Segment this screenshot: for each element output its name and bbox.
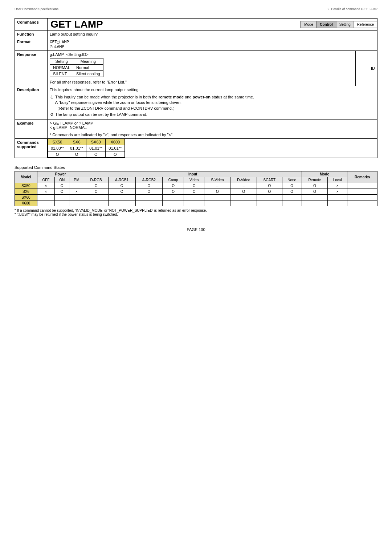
sx50-pm — [69, 183, 84, 189]
input-video: Video — [184, 177, 204, 183]
sx50-argb1: O — [108, 183, 135, 189]
tab-reference[interactable]: Reference — [354, 21, 377, 28]
commands-supported-row: Commandssupported SX50 SX6 SX60 X600 01.… — [15, 139, 377, 158]
sx50-remarks — [347, 183, 377, 189]
function-value: Lamp output setting inquiry — [48, 31, 377, 38]
meaning-silent: Silent cooling — [73, 71, 103, 77]
sx50-svideo: – — [204, 183, 230, 189]
x600-argb2 — [135, 200, 163, 206]
input-drgb: D-RGB — [84, 177, 108, 183]
example-line1: > GET LAMP or ? LAMP — [50, 121, 375, 125]
mark-sx6: O — [67, 151, 86, 158]
sx6-remarks — [347, 189, 377, 195]
x600-argb1 — [108, 200, 135, 206]
commands-supported-label: Commandssupported — [15, 139, 48, 158]
setting-normal: NORMAL — [50, 65, 73, 71]
desc-note-2: A "busy" response is given while the zoo… — [50, 100, 375, 105]
x600-dvideo — [230, 200, 257, 206]
state-row-sx50: SX50 × O O O O O O – – O O O × — [15, 183, 377, 189]
sx6-pm: × — [69, 189, 84, 195]
x600-scart — [257, 200, 282, 206]
sx6-argb1: O — [108, 189, 135, 195]
x600-none — [282, 200, 302, 206]
col-remarks: Remarks — [347, 171, 377, 183]
sx50-remote: O — [302, 183, 327, 189]
sx60-none — [282, 195, 302, 200]
sx60-off — [37, 195, 54, 200]
states-title: Supported Command States — [15, 165, 377, 170]
tab-control[interactable]: Control — [317, 21, 336, 28]
sx60-remarks — [347, 195, 377, 200]
example-label: Example — [15, 119, 48, 139]
format-line2: ?□LAMP — [50, 44, 375, 49]
mark-x600: O — [106, 151, 125, 158]
response-value: g:LAMP=<Setting:ID> — [50, 52, 353, 57]
mark-sx50: O — [48, 151, 67, 158]
x600-on — [54, 200, 69, 206]
sx6-svideo: O — [204, 189, 230, 195]
sx60-remote — [302, 195, 327, 200]
desc-note-3: （Refer to the ZCONTDRV command and FCONT… — [50, 106, 375, 111]
sx6-off: × — [37, 189, 54, 195]
support-table: SX50 SX6 SX60 X600 01.00** 01.01** 01.01… — [48, 139, 131, 158]
sx50-drgb: O — [84, 183, 108, 189]
sx50-video: O — [184, 183, 204, 189]
version-sx60: 01.01** — [86, 145, 106, 151]
support-x600: X600 — [106, 139, 125, 145]
sx60-pm — [69, 195, 84, 200]
input-comp: Comp — [163, 177, 184, 183]
input-scart: SCART — [257, 177, 282, 183]
input-svideo: S-Video — [204, 177, 230, 183]
sx50-dvideo: – — [230, 183, 257, 189]
version-sx6: 01.01** — [67, 145, 86, 151]
command-title: GET LAMP — [48, 19, 106, 30]
state-row-sx60: SX60 — [15, 195, 377, 200]
response-note: For all other responses, refer to "Error… — [50, 80, 353, 84]
x600-drgb — [84, 200, 108, 206]
power-pm: PM — [69, 177, 84, 183]
sx60-argb1 — [108, 195, 135, 200]
sx6-remote: O — [302, 189, 327, 195]
sx6-on: O — [54, 189, 69, 195]
version-sx50: 01.00** — [48, 145, 67, 151]
description-text: This inquires about the current lamp out… — [50, 88, 375, 92]
input-argb2: A-RGB2 — [135, 177, 163, 183]
tab-setting[interactable]: Setting — [336, 21, 354, 28]
desc-note-1: ·1 This inquiry can be made when the pro… — [50, 95, 375, 99]
sx60-drgb — [84, 195, 108, 200]
sx60-local — [328, 195, 347, 200]
x600-remote — [302, 200, 327, 206]
sx60-on — [54, 195, 69, 200]
response-row: Response g:LAMP=<Setting:ID> Setting Mea… — [15, 51, 377, 86]
input-dvideo: D-Video — [230, 177, 257, 183]
sx6-argb2: O — [135, 189, 163, 195]
support-sx6: SX6 — [67, 139, 86, 145]
setting-col-header: Setting — [50, 58, 73, 65]
header-right: 9. Details of command GET LAMP — [328, 7, 377, 11]
example-row: Example > GET LAMP or ? LAMP < g:LAMP=NO… — [15, 119, 377, 139]
state-model-sx6: SX6 — [15, 189, 37, 195]
sx6-drgb: O — [84, 189, 108, 195]
format-line1: GET□LAMP — [50, 40, 375, 44]
x600-pm — [69, 200, 84, 206]
meaning-normal: Normal — [73, 65, 103, 71]
footnote-2: * ":BUSY" may be returned if the power s… — [15, 212, 377, 216]
mode-local: Local — [328, 177, 347, 183]
description-row: Description This inquires about the curr… — [15, 86, 377, 119]
tab-mode[interactable]: Mode — [301, 21, 317, 28]
sx6-video: O — [184, 189, 204, 195]
sx6-dvideo: O — [230, 189, 257, 195]
page-number: PAGE 100 — [187, 227, 205, 232]
title-row: Commands GET LAMP Mode Control Setting R… — [15, 19, 377, 31]
function-label: Function — [15, 31, 48, 38]
meaning-col-header: Meaning — [73, 58, 103, 65]
description-label: Description — [15, 86, 48, 119]
state-model-sx60: SX60 — [15, 195, 37, 200]
states-table: Model Power Input Mode Remarks OFF ON PM… — [15, 171, 377, 206]
example-line2: < g:LAMP=NORMAL — [50, 125, 375, 130]
col-input: Input — [84, 171, 302, 177]
support-sx60: SX60 — [86, 139, 106, 145]
sx50-scart: O — [257, 183, 282, 189]
header-left: User Command Specifications — [15, 7, 58, 11]
state-model-sx50: SX50 — [15, 183, 37, 189]
